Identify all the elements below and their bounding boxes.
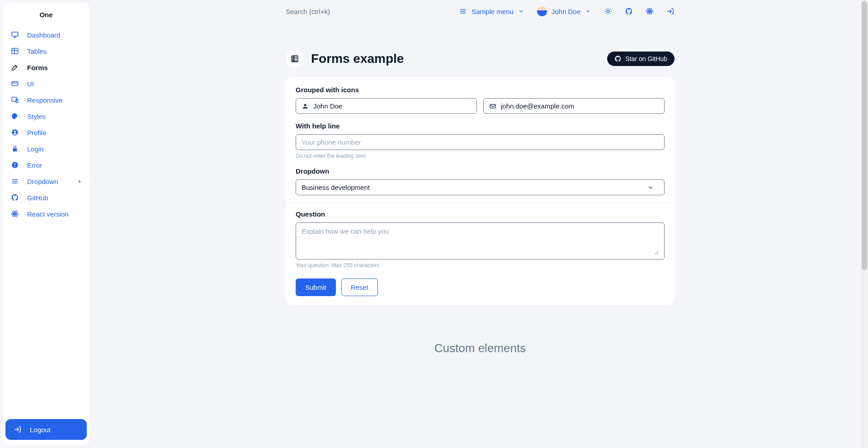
brand-title: One [3,11,90,24]
phone-input-wrap [296,134,665,150]
sidebar-item-label: Tables [27,47,47,55]
svg-rect-10 [14,166,15,167]
svg-point-11 [14,213,16,215]
react-icon [646,7,654,15]
sidebar-item-label: UI [27,80,34,88]
github-icon [625,7,633,15]
responsive-icon [11,96,19,104]
sidebar-item-forms[interactable]: Forms [5,59,87,75]
question-textarea[interactable] [302,227,659,255]
sidebar-item-label: Profile [27,129,47,137]
sidebar-item-github[interactable]: GitHub [5,189,87,206]
svg-point-23 [304,104,306,106]
sidebar-item-login[interactable]: Login [5,141,87,157]
svg-rect-24 [490,104,495,108]
logout-icon [14,425,22,434]
table-icon [11,47,19,55]
sidebar: One Dashboard Tables Forms UI Responsive [3,3,90,445]
react-link[interactable] [646,7,654,15]
avatar [537,6,547,16]
edit-icon [11,63,19,71]
sidebar-item-dropdown[interactable]: Dropdown + [5,173,87,189]
theme-toggle-button[interactable] [604,7,612,15]
star-github-label: Star on GitHub [625,55,667,62]
card-icon [11,80,19,88]
sidebar-item-label: Responsive [27,96,62,104]
question-label: Question [296,210,665,218]
sidebar-item-styles[interactable]: Styles [5,108,87,124]
scrollbar-thumb[interactable] [862,1,867,270]
dropdown-select[interactable]: Business development [302,184,659,191]
user-icon [302,103,309,110]
name-input[interactable] [313,102,471,110]
main-content: Search (ctrl+k) Sample menu John Doe [92,0,868,448]
svg-rect-7 [13,148,17,151]
monitor-icon [11,31,19,39]
page-icon-wrap [286,50,304,68]
phone-help-text: Do not enter the leading zero [296,153,665,159]
svg-rect-0 [12,32,18,36]
svg-rect-22 [293,60,294,61]
svg-rect-21 [293,57,294,58]
svg-rect-2 [12,82,18,86]
plus-icon: + [78,178,81,185]
sidebar-item-label: Dashboard [27,31,60,39]
grouped-icons-label: Grouped with icons [296,86,665,94]
svg-rect-1 [12,48,18,54]
phone-input[interactable] [302,138,659,146]
mail-icon [489,103,496,110]
sidebar-item-ui[interactable]: UI [5,75,87,92]
sidebar-item-profile[interactable]: Profile [5,124,87,141]
submit-button[interactable]: Submit [296,278,336,296]
sidebar-item-label: Styles [27,113,46,120]
email-input-wrap [483,98,665,114]
alert-icon [11,161,19,169]
page-title: Forms example [311,52,404,66]
sidebar-item-label: Forms [27,64,48,71]
chevron-down-icon [585,8,591,14]
palette-icon [11,112,19,120]
scrollbar[interactable] [861,0,868,448]
question-help-text: Your question. Max 255 characters [296,262,665,269]
sidebar-nav: Dashboard Tables Forms UI Responsive Sty [3,24,90,416]
sidebar-item-label: React version [27,210,69,218]
dropdown-label: Dropdown [296,167,665,175]
reset-button[interactable]: Reset [341,278,378,296]
github-icon [11,193,19,202]
email-input[interactable] [501,102,659,110]
help-line-label: With help line [296,122,665,130]
svg-rect-9 [14,163,15,165]
user-circle-icon [11,128,19,137]
logout-icon [666,7,675,15]
name-input-wrap [296,98,477,114]
sidebar-item-dashboard[interactable]: Dashboard [5,27,87,43]
sidebar-item-label: Error [27,161,42,169]
custom-elements-heading: Custom elements [286,341,675,355]
sidebar-item-label: Dropdown [27,178,58,185]
signout-button[interactable] [666,7,675,15]
user-menu-dropdown[interactable]: John Doe [537,6,591,16]
user-name-label: John Doe [552,8,580,15]
react-icon [11,210,19,218]
form-card: Grouped with icons With help line [286,77,675,305]
sidebar-item-tables[interactable]: Tables [5,43,87,59]
star-github-button[interactable]: Star on GitHub [607,52,675,66]
lock-icon [11,145,19,153]
sample-menu-dropdown[interactable]: Sample menu [459,7,524,15]
search-input[interactable]: Search (ctrl+k) [286,8,330,15]
github-icon [614,55,622,62]
menu-icon [459,7,467,15]
sidebar-item-error[interactable]: Error [5,157,87,173]
svg-point-15 [607,10,609,13]
ballot-icon [290,54,299,63]
svg-point-16 [649,11,651,12]
sample-menu-label: Sample menu [472,8,514,15]
logout-button[interactable]: Logout [5,419,87,440]
sidebar-item-react[interactable]: React version [5,206,87,222]
sidebar-item-responsive[interactable]: Responsive [5,92,87,108]
sidebar-item-label: Login [27,145,44,153]
sidebar-item-label: GitHub [27,194,48,202]
list-icon [11,177,19,185]
question-wrap [296,222,665,259]
github-link[interactable] [625,7,633,15]
